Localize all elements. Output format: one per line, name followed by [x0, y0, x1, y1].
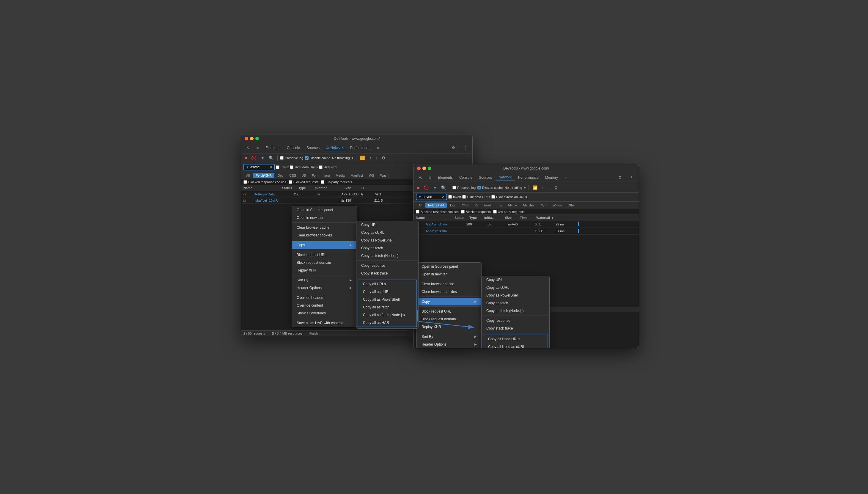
- more-icon-1[interactable]: ⋮: [460, 145, 470, 151]
- settings-icon-2[interactable]: ⚙: [615, 174, 625, 181]
- stop-btn-2[interactable]: ■: [416, 185, 421, 191]
- menu-open-sources-1[interactable]: Open in Sources panel: [292, 206, 357, 214]
- filter-wasm-1[interactable]: Wasm: [377, 173, 392, 178]
- filter-js-1[interactable]: JS: [299, 173, 309, 178]
- search-input-2[interactable]: [423, 195, 440, 199]
- copy-url-2[interactable]: Copy URL: [481, 276, 549, 284]
- menu-open-sources-2[interactable]: Open in Sources panel: [417, 263, 481, 270]
- third-party-label-1[interactable]: 3rd-party requests: [321, 180, 352, 184]
- menu-block-domain-2[interactable]: Block request domain: [417, 315, 481, 323]
- copy-all-urls-1[interactable]: Copy all URLs: [358, 280, 416, 288]
- menu-block-url-2[interactable]: Block request URL: [417, 307, 481, 315]
- copy-response-1[interactable]: Copy response: [356, 262, 418, 269]
- filter-fetchxhr-1[interactable]: Fetch/XHR: [253, 173, 274, 178]
- filter-manifest-1[interactable]: Manifest: [348, 173, 366, 178]
- copy-powershell-2[interactable]: Copy as PowerShell: [481, 291, 549, 299]
- disable-cache-label-2[interactable]: Disable cache: [477, 186, 503, 189]
- hide-ext-checkbox-1[interactable]: [319, 165, 322, 169]
- invert-label-2[interactable]: Invert: [448, 195, 461, 199]
- clear-search-icon-2[interactable]: ✕: [442, 195, 445, 199]
- menu-copy-2[interactable]: Copy ▶: [417, 298, 481, 305]
- disable-cache-checkbox-2[interactable]: [477, 186, 481, 189]
- copy-all-curl-1[interactable]: Copy all as cURL: [358, 288, 416, 296]
- hide-data-urls-label-2[interactable]: Hide data URLs: [462, 195, 490, 199]
- clear-search-icon-1[interactable]: ✕: [269, 165, 272, 169]
- tab-console-2[interactable]: Console: [456, 174, 475, 181]
- disable-cache-label-1[interactable]: Disable cache: [305, 156, 330, 160]
- filter-wasm-2[interactable]: Wasm: [550, 203, 565, 208]
- wifi-icon-1[interactable]: 📶: [359, 155, 366, 161]
- throttle-arrow-1[interactable]: ▼: [351, 156, 354, 160]
- menu-clear-cookies-2[interactable]: Clear browser cookies: [417, 288, 481, 296]
- menu-open-tab-1[interactable]: Open in new tab: [292, 214, 357, 222]
- menu-sort-by-2[interactable]: Sort By ▶: [417, 333, 481, 341]
- preserve-log-label-1[interactable]: Preserve log: [280, 156, 303, 160]
- menu-clear-cache-2[interactable]: Clear browser cache: [417, 280, 481, 288]
- third-party-checkbox-2[interactable]: [493, 210, 497, 213]
- filter-all-2[interactable]: All: [416, 203, 425, 208]
- search-input-1[interactable]: [250, 165, 268, 169]
- menu-header-opts-2[interactable]: Header Options ▶: [417, 341, 481, 348]
- settings-icon-1[interactable]: ⚙: [449, 145, 458, 151]
- tab-performance-1[interactable]: Performance: [347, 145, 373, 151]
- copy-curl-2[interactable]: Copy as cURL: [481, 284, 549, 291]
- tab-elements-2[interactable]: Elements: [435, 174, 456, 181]
- filter-css-2[interactable]: CSS: [459, 203, 471, 208]
- hide-ext-label-1[interactable]: Hide exte: [319, 165, 337, 169]
- blocked-requests-label-1[interactable]: Blocked requests: [289, 180, 318, 184]
- blocked-requests-checkbox-2[interactable]: [461, 210, 465, 213]
- menu-replay-xhr-2[interactable]: Replay XHR: [417, 323, 481, 331]
- hide-ext-checkbox-2[interactable]: [491, 195, 495, 199]
- throttle-arrow-2[interactable]: ▼: [524, 186, 527, 189]
- hide-data-urls-checkbox-1[interactable]: [290, 165, 293, 169]
- filter-css-1[interactable]: CSS: [287, 173, 299, 178]
- close-button-2[interactable]: [417, 167, 421, 170]
- close-button-1[interactable]: [245, 137, 248, 140]
- filter-doc-1[interactable]: Doc: [275, 173, 286, 178]
- menu-show-overrides-1[interactable]: Show all overrides: [292, 309, 357, 317]
- copy-fetch-1[interactable]: Copy as fetch: [356, 244, 418, 252]
- download-icon-1[interactable]: ↓: [374, 155, 379, 161]
- blocked-requests-label-2[interactable]: Blocked requests: [461, 210, 491, 213]
- tab-sources-2[interactable]: Sources: [476, 174, 495, 181]
- table-row-1-2[interactable]: {} GetAsyncData 200 xhr m-A40 68 B 22 ms: [414, 221, 639, 228]
- search-btn-1[interactable]: 🔍: [268, 155, 275, 161]
- clear-btn-2[interactable]: 🚫: [422, 185, 430, 191]
- blocked-cookies-checkbox-2[interactable]: [416, 210, 419, 213]
- invert-label-1[interactable]: Invert: [276, 165, 289, 169]
- menu-replay-xhr-1[interactable]: Replay XHR: [292, 266, 357, 274]
- download-icon-2[interactable]: ↓: [547, 185, 551, 191]
- filter-img-1[interactable]: Img: [322, 173, 332, 178]
- upload-icon-1[interactable]: ↑: [368, 155, 373, 161]
- copy-all-fetch-node-1[interactable]: Copy all as fetch (Node.js): [358, 311, 416, 319]
- preserve-log-checkbox-2[interactable]: [452, 186, 456, 189]
- filter-manifest-2[interactable]: Manifest: [520, 203, 538, 208]
- copy-curl-1[interactable]: Copy as cURL: [356, 229, 418, 236]
- filter-btn-1[interactable]: ▼: [259, 155, 266, 161]
- menu-clear-cache-1[interactable]: Clear browser cache: [292, 224, 357, 231]
- preserve-log-label-2[interactable]: Preserve log: [452, 186, 476, 189]
- tab-network-2[interactable]: Network: [495, 174, 515, 181]
- filter-all-1[interactable]: All: [243, 173, 252, 178]
- filter-fetchxhr-2[interactable]: Fetch/XHR: [426, 203, 447, 208]
- tab-sources-1[interactable]: Sources: [303, 145, 322, 151]
- copy-stack-1[interactable]: Copy stack trace: [356, 269, 418, 277]
- invert-checkbox-1[interactable]: [276, 165, 279, 169]
- table-row-2-2[interactable]: □ hpba?vet=10a... 192 B 51 ms: [414, 228, 639, 235]
- third-party-label-2[interactable]: 3rd-party requests: [493, 210, 525, 213]
- stop-btn-1[interactable]: ■: [243, 155, 248, 161]
- invert-checkbox-2[interactable]: [448, 195, 452, 199]
- copy-fetch-2[interactable]: Copy as fetch: [481, 299, 549, 307]
- minimize-button-1[interactable]: [250, 137, 254, 140]
- filter-img-2[interactable]: Img: [494, 203, 505, 208]
- tab-network-1[interactable]: ⚠ Network: [323, 144, 346, 151]
- filter-btn-2[interactable]: ▼: [432, 185, 438, 191]
- tab-elements-1[interactable]: Elements: [262, 145, 283, 151]
- menu-block-domain-1[interactable]: Block request domain: [292, 259, 357, 266]
- menu-override-content-1[interactable]: Override content: [292, 302, 357, 309]
- settings2-icon-1[interactable]: ⚙: [380, 155, 387, 161]
- menu-clear-cookies-1[interactable]: Clear browser cookies: [292, 231, 357, 239]
- menu-save-har-1[interactable]: Save all as HAR with content: [292, 319, 357, 327]
- copy-fetch-node-1[interactable]: Copy as fetch (Node.js): [356, 252, 418, 260]
- copy-stack-2[interactable]: Copy stack trace: [481, 324, 549, 332]
